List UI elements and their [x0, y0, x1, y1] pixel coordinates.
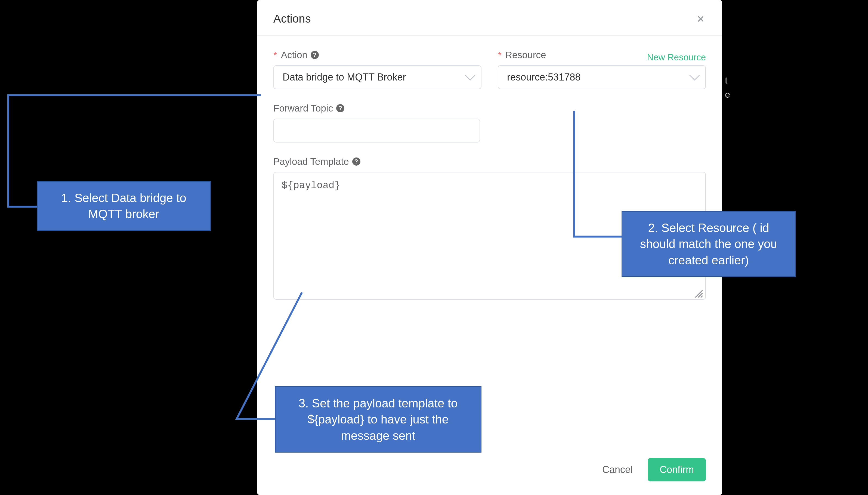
required-marker: * [273, 50, 277, 60]
payload-template-label: Payload Template ? [273, 156, 706, 167]
resource-label-text: Resource [506, 50, 546, 61]
help-icon[interactable]: ? [352, 157, 360, 166]
forward-topic-label: Forward Topic ? [273, 103, 480, 114]
annotation-step-1: 1. Select Data bridge to MQTT broker [37, 181, 211, 231]
forward-topic-label-text: Forward Topic [273, 103, 333, 114]
annotation-step-2: 2. Select Resource ( id should match the… [622, 211, 796, 277]
close-icon[interactable]: × [695, 11, 706, 27]
action-label-text: Action [281, 50, 307, 61]
action-select-value: Data bridge to MQTT Broker [283, 71, 406, 83]
payload-template-label-text: Payload Template [273, 156, 349, 167]
help-icon[interactable]: ? [311, 51, 319, 59]
new-resource-link[interactable]: New Resource [647, 52, 706, 63]
resource-label: * Resource [498, 50, 546, 61]
resource-select-value: resource:531788 [507, 71, 580, 83]
annotation-step-3: 3. Set the payload template to ${payload… [275, 386, 481, 453]
required-marker: * [498, 50, 501, 60]
confirm-button[interactable]: Confirm [648, 458, 706, 481]
resource-select[interactable]: resource:531788 [498, 65, 706, 89]
help-icon[interactable]: ? [336, 104, 344, 112]
modal-title: Actions [273, 12, 311, 25]
chevron-down-icon [689, 70, 700, 81]
bg-char: e [725, 89, 730, 100]
modal-header: Actions × [257, 0, 722, 36]
chevron-down-icon [465, 70, 475, 81]
action-select[interactable]: Data bridge to MQTT Broker [273, 65, 481, 89]
action-label: * Action ? [273, 50, 481, 61]
cancel-button[interactable]: Cancel [602, 464, 633, 475]
bg-char: t [725, 75, 727, 86]
forward-topic-input[interactable] [273, 119, 480, 142]
